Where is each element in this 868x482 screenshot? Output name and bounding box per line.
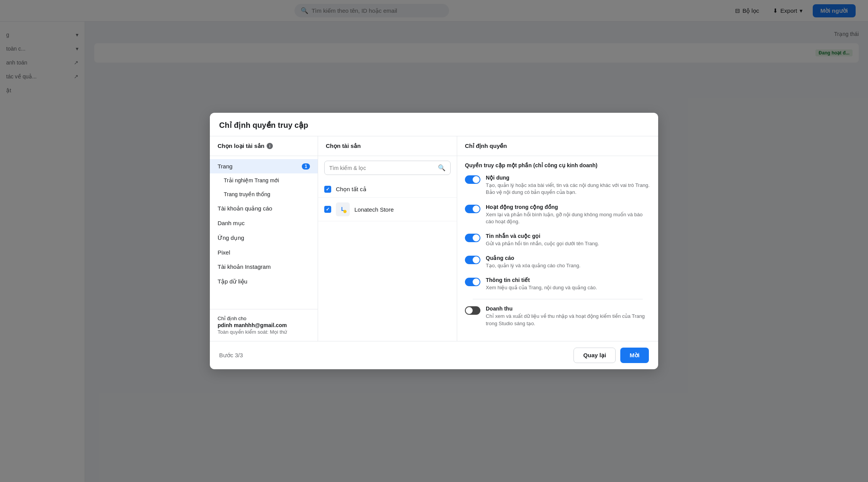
asset-type-list: Trang 1 Trải nghiệm Trang mới Trang truy… (210, 156, 318, 309)
asset-type-trang[interactable]: Trang 1 (210, 159, 318, 173)
modal-footer: Bước 3/3 Quay lại Mời (210, 341, 658, 369)
perm-title-noi-dung: Nội dung (486, 175, 650, 181)
asset-type-tap-du-lieu[interactable]: Tập dữ liệu (210, 274, 318, 289)
info-icon[interactable]: i (267, 143, 273, 149)
modal-title: Chỉ định quyền truy cập (219, 121, 308, 129)
perm-desc-tin-nhan: Gửi và phản hồi tin nhắn, cuộc gọi dưới … (486, 240, 599, 247)
user-email: pdinh manhhh@gmail.com (218, 322, 310, 328)
partial-access-title: Quyền truy cập một phần (chỉ công cụ kin… (465, 162, 650, 168)
modal-overlay: Chỉ định quyền truy cập Chọn loại tài sả… (0, 0, 868, 482)
panel-rights-header: Chỉ định quyền (457, 136, 658, 156)
perm-title-hoat-dong: Hoạt động trong cộng đồng (486, 204, 650, 210)
permission-thong-tin: Thông tin chi tiết Xem hiệu quả của Tran… (465, 277, 650, 291)
panel-rights-title: Chỉ định quyền (465, 143, 507, 149)
rights-section: Quyền truy cập một phần (chỉ công cụ kin… (457, 156, 658, 341)
rights-divider (473, 299, 643, 299)
modal-header: Chỉ định quyền truy cập (210, 113, 658, 136)
step-label: Bước 3/3 (219, 352, 243, 359)
permission-doanh-thu: Doanh thu Chỉ xem và xuất dữ liệu về thu… (465, 305, 650, 327)
asset-type-instagram[interactable]: Tài khoản Instagram (210, 260, 318, 274)
panel-asset-select-title: Chọn tài sản (326, 143, 361, 149)
lonatech-checkbox[interactable] (324, 206, 331, 213)
select-all-label: Chọn tất cả (336, 186, 366, 193)
permission-quang-cao: Quảng cáo Tạo, quản lý và xóa quảng cáo … (465, 255, 650, 269)
perm-title-thong-tin: Thông tin chi tiết (486, 277, 597, 283)
panel-asset-select: Chọn tài sản 🔍 Chọn tất cả (318, 136, 457, 341)
permission-noi-dung: Nội dung Tạo, quản lý hoặc xóa bài viết,… (465, 175, 650, 196)
footer-buttons: Quay lại Mời (574, 348, 649, 363)
back-button[interactable]: Quay lại (574, 348, 616, 363)
perm-desc-doanh-thu: Chỉ xem và xuất dữ liệu về thu nhập và h… (486, 313, 650, 327)
perm-desc-thong-tin: Xem hiệu quả của Trang, nội dung và quản… (486, 284, 597, 291)
perm-desc-hoat-dong: Xem lại và phản hồi bình luận, gỡ nội du… (486, 211, 650, 225)
toggle-tin-nhan[interactable] (465, 234, 480, 242)
lonatech-logo: L (336, 202, 350, 216)
toggle-hoat-dong[interactable] (465, 205, 480, 213)
asset-type-ung-dung[interactable]: Ứng dụng (210, 231, 318, 245)
permission-level: Toàn quyền kiểm soát: Mọi thứ (218, 329, 310, 335)
svg-point-2 (343, 210, 346, 213)
permission-hoat-dong: Hoạt động trong cộng đồng Xem lại và phả… (465, 204, 650, 225)
asset-type-danh-muc[interactable]: Danh mục (210, 216, 318, 231)
toggle-doanh-thu[interactable] (465, 306, 480, 315)
toggle-noi-dung[interactable] (465, 175, 480, 184)
asset-search-box[interactable]: 🔍 (324, 161, 451, 175)
panel-asset-type: Chọn loại tài sản i Trang 1 Trải nghiệm … (210, 136, 318, 341)
invite-button[interactable]: Mời (620, 348, 649, 363)
perm-desc-noi-dung: Tạo, quản lý hoặc xóa bài viết, tin và c… (486, 182, 650, 196)
asset-type-tai-khoan-qc[interactable]: Tài khoản quảng cáo (210, 201, 318, 216)
asset-count-badge: 1 (302, 163, 310, 170)
toggle-quang-cao[interactable] (465, 256, 480, 264)
lonatech-name: Lonatech Store (354, 206, 394, 213)
panel-asset-type-title: Chọn loại tài sản (218, 143, 264, 149)
modal-body: Chọn loại tài sản i Trang 1 Trải nghiệm … (210, 136, 658, 341)
asset-type-pixel[interactable]: Pixel (210, 245, 318, 260)
permission-tin-nhan: Tin nhắn và cuộc gọi Gửi và phản hồi tin… (465, 233, 650, 247)
asset-lonatech-store[interactable]: L Lonatech Store (318, 198, 457, 221)
asset-search-input[interactable] (329, 165, 435, 171)
perm-desc-quang-cao: Tạo, quản lý và xóa quảng cáo cho Trang. (486, 262, 580, 269)
perm-title-quang-cao: Quảng cáo (486, 255, 580, 261)
assign-label: Chỉ định cho (218, 316, 310, 321)
search-icon: 🔍 (438, 164, 446, 171)
perm-title-tin-nhan: Tin nhắn và cuộc gọi (486, 233, 599, 239)
toggle-thong-tin[interactable] (465, 278, 480, 286)
asset-list: Chọn tất cả L Lonatec (318, 180, 457, 341)
panel-left-footer: Chỉ định cho pdinh manhhh@gmail.com Toàn… (210, 309, 318, 341)
asset-type-trang-truyen-thong[interactable]: Trang truyền thống (210, 187, 318, 201)
panel-rights: Chỉ định quyền Quyền truy cập một phần (… (457, 136, 658, 341)
select-all-checkbox[interactable] (324, 186, 331, 193)
modal-dialog: Chỉ định quyền truy cập Chọn loại tài sả… (210, 113, 658, 369)
panel-asset-select-header: Chọn tài sản (318, 136, 457, 156)
select-all-item[interactable]: Chọn tất cả (318, 181, 457, 198)
perm-title-doanh-thu: Doanh thu (486, 305, 650, 312)
asset-type-trai-nghiem[interactable]: Trải nghiệm Trang mới (210, 173, 318, 187)
panel-asset-type-header: Chọn loại tài sản i (210, 136, 318, 156)
